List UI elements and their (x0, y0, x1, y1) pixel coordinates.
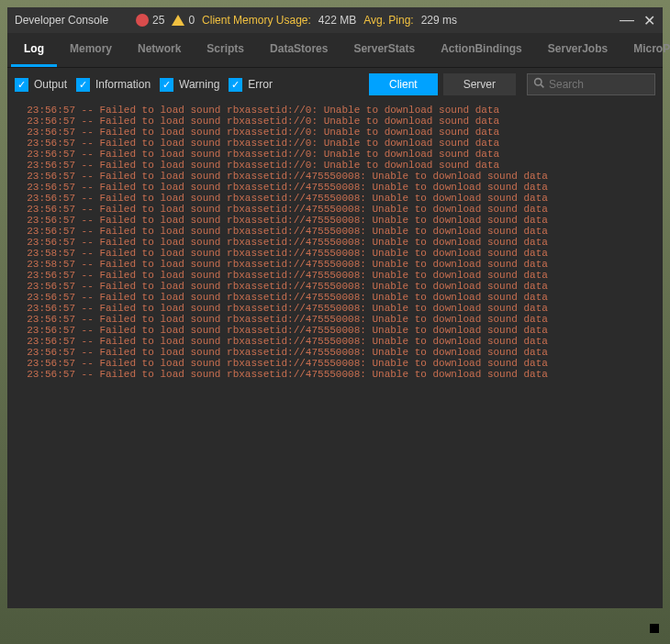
memory-label: Client Memory Usage: (202, 14, 311, 27)
log-line: 23:56:57 -- Failed to load sound rbxasse… (15, 204, 655, 215)
tab-network[interactable]: Network (125, 33, 194, 67)
tab-serverjobs[interactable]: ServerJobs (535, 33, 620, 67)
warn-count: 0 (188, 14, 195, 27)
client-button[interactable]: Client (369, 73, 438, 95)
log-line: 23:56:57 -- Failed to load sound rbxasse… (15, 347, 655, 358)
stats-group: 25 0 Client Memory Usage: 422 MB Avg. Pi… (136, 14, 620, 27)
error-count: 25 (152, 14, 164, 27)
log-area[interactable]: 23:56:57 -- Failed to load sound rbxasse… (7, 101, 663, 608)
log-line: 23:56:57 -- Failed to load sound rbxasse… (15, 303, 655, 314)
tab-memory[interactable]: Memory (57, 33, 125, 67)
log-line: 23:58:57 -- Failed to load sound rbxasse… (15, 248, 655, 259)
checkbox-output[interactable]: ✓ (15, 78, 28, 92)
svg-line-1 (541, 84, 543, 87)
memory-value: 422 MB (318, 14, 356, 27)
log-line: 23:56:57 -- Failed to load sound rbxasse… (15, 182, 655, 193)
log-line: 23:56:57 -- Failed to load sound rbxasse… (15, 358, 655, 369)
tab-actionbindings[interactable]: ActionBindings (428, 33, 535, 67)
tabs: Log Memory Network Scripts DataStores Se… (7, 33, 663, 68)
tab-microprofiler[interactable]: MicroProfiler (620, 33, 670, 67)
log-line: 23:56:57 -- Failed to load sound rbxasse… (15, 138, 655, 149)
minimize-button[interactable]: — (620, 12, 634, 28)
tab-log[interactable]: Log (11, 33, 57, 67)
label-error: Error (248, 78, 273, 91)
log-line: 23:56:57 -- Failed to load sound rbxasse… (15, 314, 655, 325)
log-line: 23:56:57 -- Failed to load sound rbxasse… (15, 270, 655, 281)
tab-datastores[interactable]: DataStores (257, 33, 341, 67)
log-line: 23:56:57 -- Failed to load sound rbxasse… (15, 226, 655, 237)
titlebar: Developer Console 25 0 Client Memory Usa… (7, 7, 663, 33)
label-information: Information (95, 78, 151, 91)
error-count-badge: 25 (136, 14, 164, 27)
log-line: 23:56:57 -- Failed to load sound rbxasse… (15, 105, 655, 116)
label-output: Output (34, 78, 67, 91)
label-warning: Warning (179, 78, 219, 91)
tab-serverstats[interactable]: ServerStats (341, 33, 428, 67)
log-line: 23:56:57 -- Failed to load sound rbxasse… (15, 237, 655, 248)
log-line: 23:56:57 -- Failed to load sound rbxasse… (15, 292, 655, 303)
server-button[interactable]: Server (443, 73, 516, 95)
search-input[interactable] (549, 78, 649, 91)
log-line: 23:56:57 -- Failed to load sound rbxasse… (15, 215, 655, 226)
warn-count-badge: 0 (172, 14, 195, 27)
log-line: 23:58:57 -- Failed to load sound rbxasse… (15, 259, 655, 270)
filter-bar: ✓ Output ✓ Information ✓ Warning ✓ Error… (7, 68, 663, 101)
window-controls: — ✕ (620, 12, 655, 29)
checkbox-information[interactable]: ✓ (76, 78, 90, 92)
resize-handle[interactable] (650, 624, 659, 633)
log-line: 23:56:57 -- Failed to load sound rbxasse… (15, 369, 655, 380)
checkbox-warning[interactable]: ✓ (160, 78, 173, 92)
log-line: 23:56:57 -- Failed to load sound rbxasse… (15, 160, 655, 171)
search-wrap[interactable] (527, 73, 655, 95)
close-button[interactable]: ✕ (643, 12, 655, 29)
developer-console-window: Developer Console 25 0 Client Memory Usa… (7, 7, 663, 608)
log-line: 23:56:57 -- Failed to load sound rbxasse… (15, 127, 655, 138)
log-line: 23:56:57 -- Failed to load sound rbxasse… (15, 325, 655, 336)
checkbox-error[interactable]: ✓ (229, 78, 242, 92)
ping-label: Avg. Ping: (363, 14, 413, 27)
log-line: 23:56:57 -- Failed to load sound rbxasse… (15, 116, 655, 127)
svg-point-0 (535, 79, 542, 85)
search-icon (533, 77, 545, 92)
log-line: 23:56:57 -- Failed to load sound rbxasse… (15, 336, 655, 347)
tab-scripts[interactable]: Scripts (194, 33, 257, 67)
window-title: Developer Console (15, 14, 108, 27)
error-icon (136, 14, 149, 27)
warning-icon (172, 15, 184, 26)
ping-value: 229 ms (421, 14, 457, 27)
log-line: 23:56:57 -- Failed to load sound rbxasse… (15, 171, 655, 182)
log-line: 23:56:57 -- Failed to load sound rbxasse… (15, 281, 655, 292)
log-line: 23:56:57 -- Failed to load sound rbxasse… (15, 149, 655, 160)
log-line: 23:56:57 -- Failed to load sound rbxasse… (15, 193, 655, 204)
